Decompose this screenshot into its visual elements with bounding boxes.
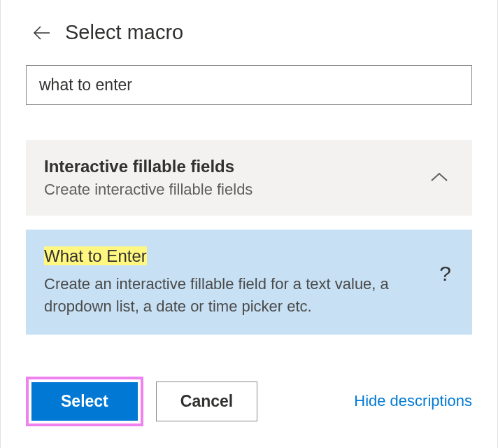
macro-text: What to Enter Create an interactive fill… xyxy=(44,246,431,318)
macro-title: What to Enter xyxy=(44,246,147,266)
hide-descriptions-link[interactable]: Hide descriptions xyxy=(354,392,472,410)
category-text: Interactive fillable fields Create inter… xyxy=(44,157,430,199)
category-description: Create interactive fillable fields xyxy=(44,181,430,199)
macro-description: Create an interactive fillable field for… xyxy=(44,273,431,318)
match-highlight: What to Enter xyxy=(44,246,147,265)
back-arrow-icon[interactable] xyxy=(31,23,51,43)
chevron-up-icon[interactable] xyxy=(430,172,448,183)
category-title: Interactive fillable fields xyxy=(44,157,430,176)
select-button-highlight: Select xyxy=(26,377,143,426)
search-input[interactable] xyxy=(26,65,472,105)
dialog-header: Select macro xyxy=(26,21,472,44)
macro-category[interactable]: Interactive fillable fields Create inter… xyxy=(26,140,472,216)
select-button[interactable]: Select xyxy=(31,382,138,421)
cancel-button[interactable]: Cancel xyxy=(156,382,257,421)
dialog-title: Select macro xyxy=(65,21,183,44)
dialog-footer: Select Cancel Hide descriptions xyxy=(1,377,497,426)
help-icon[interactable]: ? xyxy=(439,262,451,286)
macro-item-what-to-enter[interactable]: What to Enter Create an interactive fill… xyxy=(26,230,472,335)
